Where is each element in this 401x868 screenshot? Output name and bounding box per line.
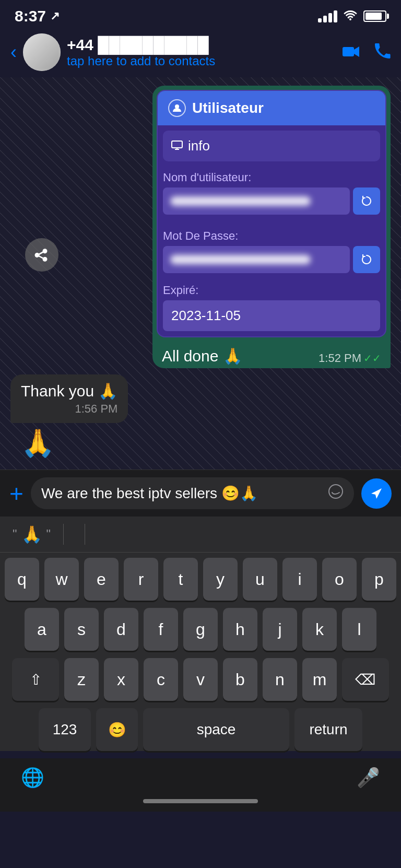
key-n[interactable]: n bbox=[263, 658, 297, 701]
keyboard-bottom: 🌐 🎤 bbox=[0, 758, 401, 799]
received-message: Thank you 🙏 1:56 PM bbox=[10, 374, 391, 423]
expiry-section: Expiré: 2023-11-05 bbox=[158, 284, 385, 331]
key-i[interactable]: i bbox=[282, 558, 317, 601]
password-field-row bbox=[163, 246, 380, 273]
key-p[interactable]: p bbox=[362, 558, 396, 601]
sent-message: Utilisateur info Nom d'utilisateur: bbox=[10, 86, 391, 368]
phone-call-button[interactable] bbox=[375, 41, 391, 63]
keyboard[interactable]: q w e r t y u i o p a s d f g h j k l ⇧ … bbox=[0, 553, 401, 751]
key-q[interactable]: q bbox=[5, 558, 39, 601]
status-time: 8:37 ↗ bbox=[15, 7, 60, 25]
key-r[interactable]: r bbox=[124, 558, 158, 601]
status-bar: 8:37 ↗ bbox=[0, 0, 401, 29]
key-f[interactable]: f bbox=[144, 608, 178, 651]
info-row: info bbox=[163, 131, 380, 161]
input-bar: + We are the best iptv sellers 😊🙏 bbox=[0, 470, 401, 517]
autocomplete-bar: " 🙏 " bbox=[0, 517, 401, 553]
key-k[interactable]: k bbox=[302, 608, 337, 651]
message-input[interactable]: We are the best iptv sellers 😊🙏 bbox=[41, 485, 328, 502]
received-message-time: 1:56 PM bbox=[21, 402, 117, 416]
key-m[interactable]: m bbox=[302, 658, 337, 701]
card-title: Utilisateur bbox=[192, 100, 264, 116]
shift-key[interactable]: ⇧ bbox=[12, 658, 59, 701]
numbers-key[interactable]: 123 bbox=[39, 708, 91, 751]
key-o[interactable]: o bbox=[322, 558, 357, 601]
password-section: Mot De Passe: bbox=[158, 225, 385, 284]
key-g[interactable]: g bbox=[183, 608, 218, 651]
home-bar-container bbox=[0, 799, 401, 812]
key-e[interactable]: e bbox=[84, 558, 119, 601]
key-j[interactable]: j bbox=[263, 608, 297, 651]
status-icons bbox=[318, 9, 386, 24]
wifi-icon bbox=[344, 9, 357, 24]
key-y[interactable]: y bbox=[203, 558, 238, 601]
key-s[interactable]: s bbox=[64, 608, 99, 651]
username-section: Nom d'utilisateur: bbox=[158, 167, 385, 225]
video-call-button[interactable] bbox=[343, 41, 360, 63]
send-button[interactable] bbox=[361, 478, 392, 509]
contact-subtitle: tap here to add to contacts bbox=[67, 54, 343, 68]
emoji-key[interactable]: 😊 bbox=[96, 708, 138, 751]
time-display: 8:37 bbox=[15, 7, 46, 25]
space-key[interactable]: space bbox=[143, 708, 289, 751]
sticker-button[interactable] bbox=[328, 484, 344, 503]
info-label: info bbox=[188, 138, 210, 154]
svg-point-1 bbox=[175, 104, 179, 109]
key-v[interactable]: v bbox=[183, 658, 218, 701]
svg-rect-2 bbox=[172, 141, 182, 148]
key-h[interactable]: h bbox=[223, 608, 257, 651]
key-u[interactable]: u bbox=[243, 558, 277, 601]
key-w[interactable]: w bbox=[44, 558, 79, 601]
key-x[interactable]: x bbox=[104, 658, 138, 701]
svg-point-3 bbox=[329, 485, 343, 498]
avatar bbox=[23, 33, 61, 71]
signal-icon bbox=[318, 10, 337, 22]
monitor-icon bbox=[171, 139, 183, 153]
standalone-emoji: 🙏 bbox=[21, 427, 380, 459]
backspace-key[interactable]: ⌫ bbox=[342, 658, 389, 701]
password-label: Mot De Passe: bbox=[163, 229, 380, 243]
back-button[interactable]: ‹ bbox=[10, 43, 17, 62]
key-c[interactable]: c bbox=[144, 658, 178, 701]
return-key[interactable]: return bbox=[294, 708, 362, 751]
message-input-wrap[interactable]: We are the best iptv sellers 😊🙏 bbox=[31, 477, 354, 509]
key-l[interactable]: l bbox=[342, 608, 376, 651]
share-button[interactable] bbox=[25, 238, 58, 272]
key-b[interactable]: b bbox=[223, 658, 257, 701]
bubble-text-row: All done 🙏 1:52 PM ✓✓ bbox=[152, 342, 391, 368]
autocomplete-quote-left: " bbox=[13, 527, 17, 542]
attach-button[interactable]: + bbox=[9, 482, 23, 506]
username-field-row bbox=[163, 187, 380, 215]
key-t[interactable]: t bbox=[163, 558, 198, 601]
keyboard-row-2: a s d f g h j k l bbox=[3, 608, 398, 651]
credential-card: Utilisateur info Nom d'utilisateur: bbox=[157, 90, 386, 337]
key-z[interactable]: z bbox=[64, 658, 99, 701]
username-label: Nom d'utilisateur: bbox=[163, 171, 380, 184]
card-header: Utilisateur bbox=[158, 91, 385, 125]
expiry-value: 2023-11-05 bbox=[163, 300, 380, 331]
battery-icon bbox=[363, 10, 386, 22]
received-message-text: Thank you 🙏 bbox=[21, 382, 117, 400]
autocomplete-emoji[interactable]: 🙏 bbox=[21, 524, 42, 544]
keyboard-row-1: q w e r t y u i o p bbox=[3, 558, 398, 601]
contact-info[interactable]: +44 ██████████ tap here to add to contac… bbox=[67, 36, 343, 68]
globe-button[interactable]: 🌐 bbox=[21, 767, 44, 789]
user-icon bbox=[168, 99, 186, 117]
password-refresh-button[interactable] bbox=[353, 246, 380, 273]
sent-message-text: All done 🙏 bbox=[162, 347, 242, 365]
chat-header: ‹ +44 ██████████ tap here to add to cont… bbox=[0, 29, 401, 77]
keyboard-row-4: 123 😊 space return bbox=[3, 708, 398, 751]
location-arrow-icon: ↗ bbox=[50, 9, 60, 23]
received-bubble: Thank you 🙏 1:56 PM bbox=[10, 374, 128, 423]
username-refresh-button[interactable] bbox=[353, 187, 380, 215]
autocomplete-divider bbox=[63, 524, 64, 545]
contact-name: +44 ██████████ bbox=[67, 36, 343, 54]
key-d[interactable]: d bbox=[104, 608, 138, 651]
chat-area: Utilisateur info Nom d'utilisateur: bbox=[0, 77, 401, 470]
sent-message-time: 1:52 PM ✓✓ bbox=[319, 351, 381, 365]
sent-bubble: Utilisateur info Nom d'utilisateur: bbox=[152, 86, 391, 368]
microphone-button[interactable]: 🎤 bbox=[357, 767, 380, 789]
home-bar bbox=[143, 799, 258, 803]
key-a[interactable]: a bbox=[25, 608, 59, 651]
svg-rect-0 bbox=[343, 47, 354, 56]
